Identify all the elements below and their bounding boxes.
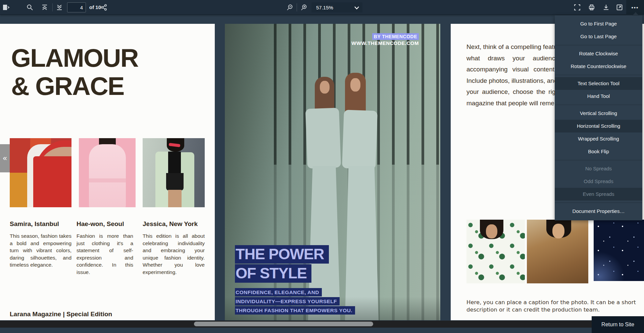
page-number-input[interactable] (67, 2, 86, 12)
art-shape (168, 190, 182, 207)
zoom-level-value: 57.15% (316, 5, 354, 10)
art-shape (552, 224, 564, 238)
double-chevron-left-icon: « (3, 154, 7, 162)
print-icon (588, 4, 595, 11)
website-text: WWW.THEMENCODE.COM (351, 40, 419, 46)
search-button[interactable] (24, 2, 35, 13)
menu-item-rotate-clockwise[interactable]: Rotate Clockwise (555, 47, 642, 60)
menu-item-text-selection-tool[interactable]: Text Selection Tool (555, 77, 642, 90)
last-page-icon (56, 4, 63, 11)
download-icon (603, 4, 609, 11)
art-shape (350, 78, 360, 92)
subtitle-line: CONFIDENCE, ELEGANCE, AND (235, 288, 322, 296)
model-description: This edition is all about celebrating in… (143, 232, 205, 276)
photo-night-sparkle (594, 220, 644, 281)
menu-item-hand-tool[interactable]: Hand Tool (555, 90, 642, 103)
download-button[interactable] (601, 2, 611, 13)
menu-item-vertical-scrolling[interactable]: Vertical Scrolling (555, 107, 642, 120)
first-page-icon (41, 4, 48, 11)
photo-samira-collage (10, 138, 71, 207)
zoom-in-button[interactable] (299, 2, 309, 13)
art-shape (305, 108, 341, 168)
model-name: Hae-won, Seoul (77, 220, 133, 228)
photo-caption: Here, you can place a caption for the ph… (466, 299, 644, 314)
horizontal-scrollbar-thumb[interactable] (194, 322, 373, 326)
search-icon (27, 4, 33, 11)
menu-separator (555, 75, 642, 75)
menu-item-horizontal-scrolling[interactable]: Horizontal Scrolling (555, 120, 642, 132)
open-external-button[interactable] (614, 2, 625, 13)
menu-caret (632, 12, 639, 16)
toolbar: of 10 57.15% (0, 0, 644, 15)
first-page-button[interactable] (39, 2, 50, 13)
photo-row (451, 220, 644, 284)
title-line-1: GLAMOUR (11, 44, 138, 72)
magazine-footer: Larana Magazine | Special Edition (10, 311, 112, 318)
photo-haewon (79, 138, 136, 207)
menu-item-odd-spreads: Odd Spreads (555, 175, 642, 188)
photo-floral-dress (466, 220, 525, 283)
open-external-icon (616, 4, 623, 11)
secondary-menu: Go to First Page Go to Last Page Rotate … (555, 15, 642, 220)
zoom-level-select[interactable]: 57.15% (311, 2, 362, 12)
art-shape (166, 173, 184, 190)
previous-page-nav-button[interactable]: « (0, 144, 10, 172)
art-shape (168, 152, 181, 174)
presentation-mode-button[interactable] (572, 2, 583, 13)
magazine-page-center: BY THEMENCODE WWW.THEMENCODE.COM THE POW… (225, 24, 440, 320)
art-shape (320, 81, 330, 94)
menu-item-document-properties[interactable]: Document Properties… (555, 205, 642, 218)
art-shape (89, 144, 126, 207)
sidebar-toggle-icon (3, 4, 10, 10)
menu-item-book-flip[interactable]: Book Flip (555, 145, 642, 158)
zoom-out-icon (287, 4, 293, 11)
menu-separator (555, 160, 642, 160)
title-line-2: & GRACE (11, 72, 138, 100)
menu-separator (555, 45, 642, 45)
byline-block: BY THEMENCODE WWW.THEMENCODE.COM (351, 33, 419, 46)
menu-separator (555, 203, 642, 203)
feature-subtitle-selected: CONFIDENCE, ELEGANCE, AND INDIVIDUALITY—… (235, 288, 355, 315)
magazine-page-left: GLAMOUR & GRACE (0, 24, 215, 320)
model-name: Samira, Istanbul (10, 220, 71, 228)
zoom-out-button[interactable] (285, 2, 295, 13)
subtitle-line: THROUGH FASHION THAT EMPOWERS YOU. (235, 306, 355, 315)
print-button[interactable] (586, 2, 597, 13)
horizontal-scrollbar-track[interactable] (0, 321, 644, 328)
menu-item-no-spreads: No Spreads (555, 162, 642, 175)
feature-title-line-2: OF STYLE (235, 264, 311, 283)
menu-separator (555, 105, 642, 105)
photo-knit-sweater (527, 220, 588, 283)
feature-title-line-1: THE POWER (235, 245, 329, 264)
model-photo-row (10, 138, 205, 207)
art-shape (33, 156, 71, 207)
art-shape (342, 110, 378, 169)
menu-item-wrapped-scrolling[interactable]: Wrapped Scrolling (555, 132, 642, 145)
zoom-in-icon (301, 4, 307, 11)
sidebar-toggle-button[interactable] (1, 2, 12, 13)
art-shape (594, 251, 624, 281)
toolbar-separator (297, 3, 297, 11)
last-page-button[interactable] (54, 2, 65, 13)
page-title: GLAMOUR & GRACE (11, 44, 138, 100)
return-to-site-button[interactable]: Return to Site (592, 316, 644, 333)
pdf-viewer-app: of 10 57.15% (0, 0, 644, 333)
art-shape (486, 224, 497, 238)
model-name: Jessica, New York (143, 220, 205, 228)
byline-text-selected: BY THEMENCODE (372, 33, 419, 40)
share-button[interactable] (99, 2, 109, 13)
menu-item-go-to-first-page[interactable]: Go to First Page (555, 17, 642, 30)
share-icon (101, 4, 107, 11)
menu-item-rotate-counterclockwise[interactable]: Rotate Counterclockwise (555, 60, 642, 73)
photo-jessica (143, 138, 205, 207)
feature-title-selected: THE POWER OF STYLE (235, 245, 329, 283)
chevron-down-icon (354, 5, 359, 10)
menu-item-even-spreads: Even Spreads (555, 188, 642, 201)
fullscreen-icon (574, 4, 581, 11)
art-shape (89, 178, 126, 182)
toolbar-separator (52, 3, 53, 11)
ellipsis-icon: ••• (632, 5, 639, 10)
caption-line: description or it can credit the product… (466, 306, 644, 314)
subtitle-line: INDIVIDUALITY—EXPRESS YOURSELF (235, 297, 340, 306)
menu-item-go-to-last-page[interactable]: Go to Last Page (555, 30, 642, 43)
